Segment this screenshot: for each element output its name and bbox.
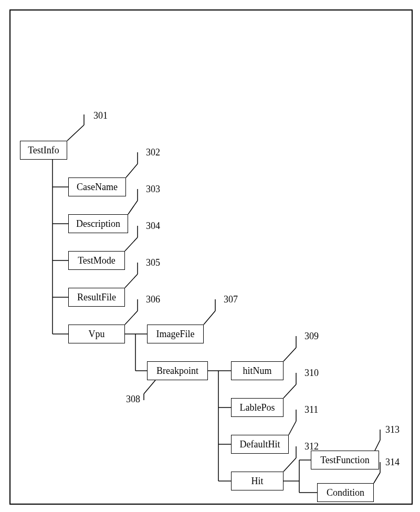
node-label: ResultFile <box>77 292 116 303</box>
node-testinfo: TestInfo <box>20 141 67 160</box>
node-label: LablePos <box>240 402 275 413</box>
node-label: ImageFile <box>156 329 195 340</box>
node-label: CaseName <box>77 182 118 193</box>
node-label: hitNum <box>243 365 271 377</box>
node-casename: CaseName <box>68 177 126 196</box>
ref-304: 304 <box>146 221 160 232</box>
node-testmode: TestMode <box>68 251 125 270</box>
node-label: DefaultHit <box>240 439 280 450</box>
node-label: TestMode <box>78 255 116 266</box>
node-label: Condition <box>327 487 364 498</box>
ref-307: 307 <box>224 294 238 305</box>
node-label: Description <box>76 218 120 229</box>
node-breakpoint: Breakpoint <box>147 361 208 380</box>
node-imagefile: ImageFile <box>147 325 204 343</box>
node-label: Breakpoint <box>156 365 198 377</box>
ref-306: 306 <box>146 294 160 305</box>
node-label: TestInfo <box>28 145 59 156</box>
ref-313: 313 <box>385 424 400 435</box>
node-label: TestFunction <box>320 455 370 466</box>
node-defaulthit: DefaultHit <box>231 435 289 454</box>
node-condition: Condition <box>317 483 374 502</box>
node-label: Vpu <box>89 329 105 340</box>
ref-314: 314 <box>385 457 400 468</box>
node-label: Hit <box>251 476 263 487</box>
ref-312: 312 <box>304 441 319 452</box>
node-resultfile: ResultFile <box>68 288 125 307</box>
ref-310: 310 <box>304 368 319 379</box>
ref-305: 305 <box>146 257 160 268</box>
ref-301: 301 <box>93 110 108 121</box>
node-lablepos: LablePos <box>231 398 284 417</box>
node-testfunction: TestFunction <box>311 451 379 469</box>
ref-302: 302 <box>146 147 160 158</box>
ref-311: 311 <box>304 404 318 415</box>
node-vpu: Vpu <box>68 325 125 343</box>
ref-308: 308 <box>126 394 140 405</box>
ref-309: 309 <box>304 331 319 342</box>
node-description: Description <box>68 214 128 233</box>
node-hit: Hit <box>231 472 284 490</box>
node-hitnum: hitNum <box>231 361 284 380</box>
ref-303: 303 <box>146 184 160 195</box>
